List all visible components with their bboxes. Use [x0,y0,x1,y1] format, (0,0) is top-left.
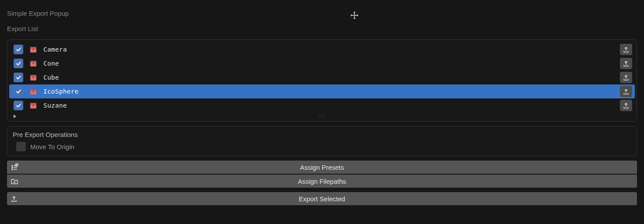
svg-rect-13 [30,103,36,105]
svg-rect-10 [30,89,36,91]
list-item[interactable]: IcoSphere [9,84,635,98]
object-checkbox[interactable] [14,59,23,68]
object-box-icon [28,87,38,96]
export-item-button[interactable] [620,86,632,97]
export-selected-button[interactable]: Export Selected [7,192,637,205]
object-name-label: Suzane [43,102,615,109]
list-item[interactable]: Camera [9,42,635,56]
object-checkbox[interactable] [14,73,23,82]
list-item[interactable]: Cube [9,70,635,84]
assign-presets-label: Assign Presets [300,164,344,171]
move-cursor-icon[interactable] [350,11,358,21]
move-to-origin-row: Move To Origin [13,142,631,151]
assign-filepaths-button[interactable]: Assign Filepaths [7,175,637,188]
pre-export-panel: Pre Export Operations Move To Origin [7,126,637,156]
object-box-icon [28,73,38,82]
export-item-button[interactable] [620,72,632,83]
resize-grip-icon[interactable]: :::: [318,114,325,119]
move-to-origin-checkbox[interactable] [16,142,26,151]
section-label: Export List [0,17,644,37]
svg-rect-14 [32,105,34,106]
pre-export-title: Pre Export Operations [13,131,631,138]
assign-presets-button[interactable]: Assign Presets [7,161,637,174]
list-item[interactable]: Suzane [9,98,635,112]
object-checkbox[interactable] [14,45,23,54]
export-selected-label: Export Selected [299,195,345,203]
object-name-label: Camera [43,46,615,53]
assign-filepaths-label: Assign Filepaths [298,178,346,185]
popup-title: Simple Export Popup [0,0,644,17]
svg-point-16 [12,167,13,168]
export-upload-icon [11,195,18,202]
object-name-label: Cube [43,74,615,81]
svg-point-15 [12,165,13,166]
export-button-row: Export Selected [7,192,637,205]
svg-rect-8 [32,77,34,78]
object-checkbox[interactable] [14,101,23,110]
svg-rect-4 [30,61,36,63]
svg-point-17 [12,169,13,170]
svg-rect-11 [32,91,34,92]
object-box-icon [28,59,38,68]
object-checkbox[interactable] [14,87,23,96]
list-footer: :::: [9,112,635,121]
svg-rect-7 [30,75,36,77]
object-name-label: Cone [43,60,615,67]
object-box-icon [28,45,38,54]
move-to-origin-label: Move To Origin [30,143,74,150]
export-item-button[interactable] [620,100,632,111]
action-buttons: Assign Presets Assign Filepaths [7,161,637,188]
export-item-button[interactable] [620,44,632,55]
list-add-icon [11,163,18,171]
export-list-panel: CameraConeCubeIcoSphereSuzane :::: [7,39,637,122]
expand-triangle-icon[interactable] [13,112,17,120]
list-item[interactable]: Cone [9,56,635,70]
object-name-label: IcoSphere [43,88,615,95]
export-item-button[interactable] [620,58,632,69]
svg-rect-2 [32,49,34,50]
svg-rect-5 [32,63,34,64]
svg-rect-1 [30,47,36,49]
folder-import-icon [11,177,18,185]
object-box-icon [28,101,38,110]
